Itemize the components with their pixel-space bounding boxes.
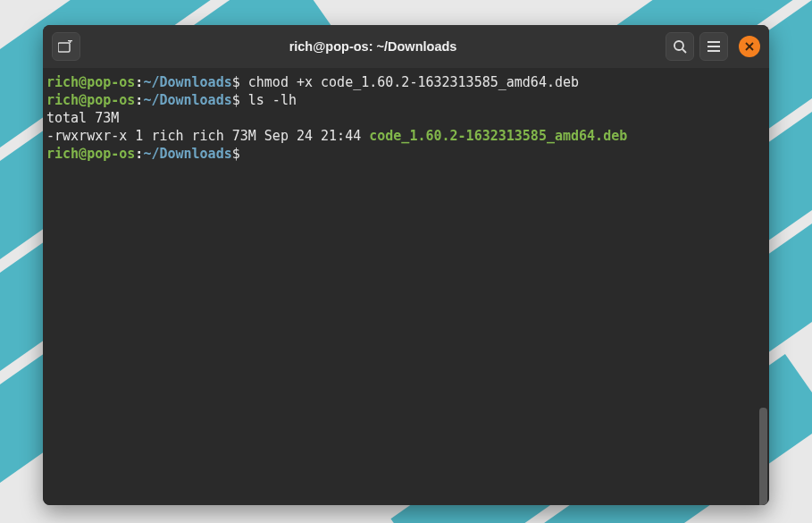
search-button[interactable]: [666, 32, 694, 61]
terminal-body[interactable]: rich@pop-os:~/Downloads$ chmod +x code_1…: [43, 68, 769, 505]
command-text: chmod +x code_1.60.2-1632313585_amd64.de…: [240, 74, 579, 90]
terminal-line: rich@pop-os:~/Downloads$ chmod +x code_1…: [46, 73, 766, 91]
ls-output-text: -rwxrwxr-x 1 rich rich 73M Sep 24 21:44: [46, 128, 369, 144]
menu-button[interactable]: [699, 32, 728, 61]
prompt-path: ~/Downloads: [143, 146, 231, 162]
close-button[interactable]: [739, 36, 760, 57]
terminal-line: total 73M: [46, 109, 766, 127]
terminal-line: rich@pop-os:~/Downloads$: [46, 145, 766, 163]
new-tab-button[interactable]: [52, 32, 80, 61]
prompt-user-host: rich@pop-os: [46, 146, 135, 162]
terminal-line: rich@pop-os:~/Downloads$ ls -lh: [46, 91, 766, 109]
prompt-user-host: rich@pop-os: [46, 92, 135, 108]
prompt-path: ~/Downloads: [143, 92, 231, 108]
prompt-symbol: $: [232, 74, 240, 90]
scrollbar-thumb[interactable]: [759, 408, 767, 505]
window-title: rich@pop-os: ~/Downloads: [86, 39, 660, 54]
svg-line-4: [682, 49, 686, 53]
executable-filename: code_1.60.2-1632313585_amd64.deb: [369, 128, 627, 144]
prompt-user-host: rich@pop-os: [46, 74, 135, 90]
svg-point-3: [674, 41, 683, 50]
close-icon: [745, 42, 754, 51]
search-icon: [673, 39, 687, 54]
svg-rect-0: [58, 43, 70, 52]
command-text: ls -lh: [240, 92, 297, 108]
command-text: [240, 146, 248, 162]
new-tab-icon: [58, 40, 74, 53]
prompt-path: ~/Downloads: [143, 74, 231, 90]
terminal-line: -rwxrwxr-x 1 rich rich 73M Sep 24 21:44 …: [46, 127, 766, 145]
terminal-window: rich@pop-os: ~/Downloads rich@pop-os:~/D…: [43, 25, 769, 505]
hamburger-icon: [707, 41, 720, 52]
prompt-symbol: $: [232, 146, 240, 162]
prompt-symbol: $: [232, 92, 240, 108]
titlebar: rich@pop-os: ~/Downloads: [43, 25, 769, 68]
